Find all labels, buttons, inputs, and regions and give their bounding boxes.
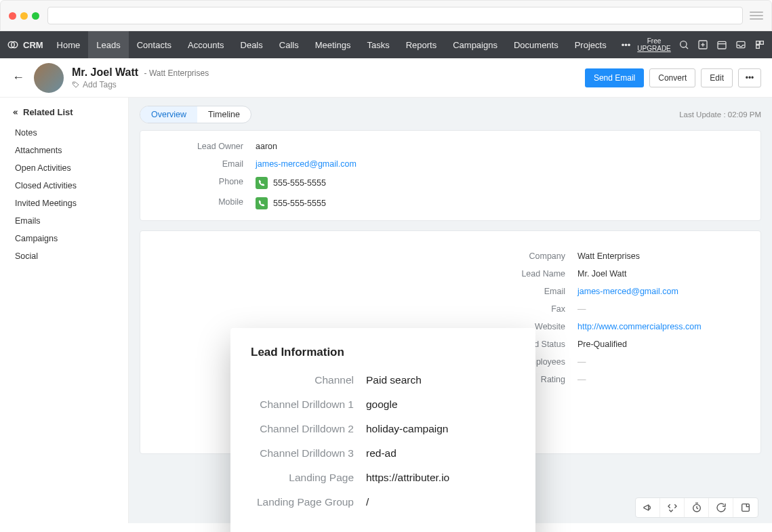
svg-rect-11 [760,41,763,45]
close-window-icon[interactable] [9,12,16,20]
website-value[interactable]: http://www.commercialpress.com [577,322,747,331]
sidebar-item-attachments[interactable]: Attachments [12,142,121,159]
browser-chrome [0,0,772,31]
sidebar-item-emails[interactable]: Emails [12,212,121,230]
popover-label: Channel Drilldown 2 [251,423,366,435]
overview-card: Lead Owner aaron Email james-merced@gmai… [140,130,761,221]
leadstatus-value: Pre-Qualified [577,340,747,349]
menu-icon[interactable] [750,9,763,22]
detail-email-value[interactable]: james-merced@gmail.com [577,287,747,296]
popover-row: Landing Page Group/ [251,496,515,508]
nav-icons [678,37,772,52]
megaphone-icon[interactable] [636,498,660,517]
popover-label: Channel [251,374,366,386]
popover-label: Channel Drilldown 1 [251,398,366,411]
nav-tab-contacts[interactable]: Contacts [129,31,180,58]
popover-value: https://attributer.io [366,472,449,484]
popover-row: ChannelPaid search [251,374,515,386]
popover-label: Channel Drilldown 3 [251,447,366,459]
address-bar[interactable] [47,7,743,24]
nav-tabs: HomeLeadsContactsAccountsDealsCallsMeeti… [49,31,615,58]
phone-value[interactable]: 555-555-5555 [256,177,747,189]
email-value[interactable]: james-merced@gmail.com [256,159,747,169]
more-actions-button[interactable]: ••• [738,68,761,87]
add-tags-label: Add Tags [83,80,117,89]
nav-tab-meetings[interactable]: Meetings [307,31,359,58]
convert-button[interactable]: Convert [649,68,695,87]
svg-point-2 [680,41,686,47]
svg-rect-10 [756,41,759,45]
svg-rect-12 [756,45,759,49]
nav-tab-calls[interactable]: Calls [271,31,307,58]
nav-tab-reports[interactable]: Reports [398,31,445,58]
upgrade-badge[interactable]: Free UPGRADE [637,37,670,52]
lead-avatar[interactable] [34,63,64,93]
back-button[interactable]: ← [11,70,26,85]
inbox-icon[interactable] [735,39,747,51]
main-layout: Related List NotesAttachmentsOpen Activi… [0,98,772,523]
nav-tab-deals[interactable]: Deals [232,31,271,58]
popover-value: red-ad [366,447,397,459]
svg-rect-7 [718,41,726,49]
calendar-icon[interactable] [716,39,728,51]
upgrade-line1: Free [637,37,670,45]
lead-name-heading: Mr. Joel Watt [72,66,138,78]
edit-button[interactable]: Edit [701,68,733,87]
maximize-window-icon[interactable] [32,12,39,20]
sidebar-item-closed-activities[interactable]: Closed Activities [12,177,121,195]
expand-icon[interactable] [660,498,685,517]
header-actions: Send Email Convert Edit ••• [585,68,761,87]
brand-label: CRM [23,40,43,50]
sidebar-item-open-activities[interactable]: Open Activities [12,159,121,177]
mobile-value[interactable]: 555-555-5555 [256,197,747,209]
employees-value: — [577,357,747,367]
lead-owner-label: Lead Owner [154,142,249,151]
popover-value: / [366,496,369,508]
sidebar-item-campaigns[interactable]: Campaigns [12,230,121,247]
rating-value: — [577,375,747,384]
popover-row: Landing Pagehttps://attributer.io [251,472,515,484]
clock-icon[interactable] [685,498,709,517]
fax-label: Fax [462,304,571,314]
related-list-sidebar: Related List NotesAttachmentsOpen Activi… [0,98,129,523]
nav-tab-leads[interactable]: Leads [88,31,128,58]
traffic-lights [9,12,39,20]
popover-row: Channel Drilldown 3red-ad [251,447,515,459]
send-email-button[interactable]: Send Email [585,68,644,87]
popover-value: Paid search [366,374,422,386]
refresh-icon[interactable] [709,498,733,517]
sidebar-item-invited-meetings[interactable]: Invited Meetings [12,195,121,212]
email-label: Email [154,159,249,169]
svg-line-3 [685,47,687,49]
sidebar-item-social[interactable]: Social [12,247,121,265]
nav-tab-campaigns[interactable]: Campaigns [445,31,506,58]
popover-row: Channel Drilldown 1google [251,398,515,411]
mobile-label: Mobile [154,197,249,209]
search-icon[interactable] [678,39,690,51]
upgrade-line2: UPGRADE [637,45,670,52]
nav-tab-tasks[interactable]: Tasks [359,31,397,58]
nav-tab-accounts[interactable]: Accounts [180,31,232,58]
extensions-icon[interactable] [754,39,766,51]
content-tabs: Overview Timeline [140,106,251,123]
add-tags[interactable]: Add Tags [72,80,209,89]
tab-overview[interactable]: Overview [140,106,197,123]
nav-tab-home[interactable]: Home [49,31,89,58]
phone-icon [256,177,268,189]
nav-tab-documents[interactable]: Documents [506,31,567,58]
top-nav: CRM HomeLeadsContactsAccountsDealsCallsM… [0,31,772,58]
brand[interactable]: CRM [7,39,43,51]
add-icon[interactable] [697,39,709,51]
company-label: Company [462,251,571,261]
lead-info-popover: Lead Information ChannelPaid searchChann… [230,328,535,532]
sidebar-item-notes[interactable]: Notes [12,124,121,142]
tab-timeline[interactable]: Timeline [197,106,251,123]
leadname-label: Lead Name [462,269,571,279]
nav-tab-projects[interactable]: Projects [567,31,615,58]
nav-more[interactable]: ••• [615,40,638,50]
minimize-window-icon[interactable] [20,12,28,20]
popover-label: Landing Page Group [251,496,366,508]
lead-company-heading: Watt Enterprises [149,68,209,78]
sticky-icon[interactable] [733,498,758,517]
fax-value: — [577,304,747,314]
